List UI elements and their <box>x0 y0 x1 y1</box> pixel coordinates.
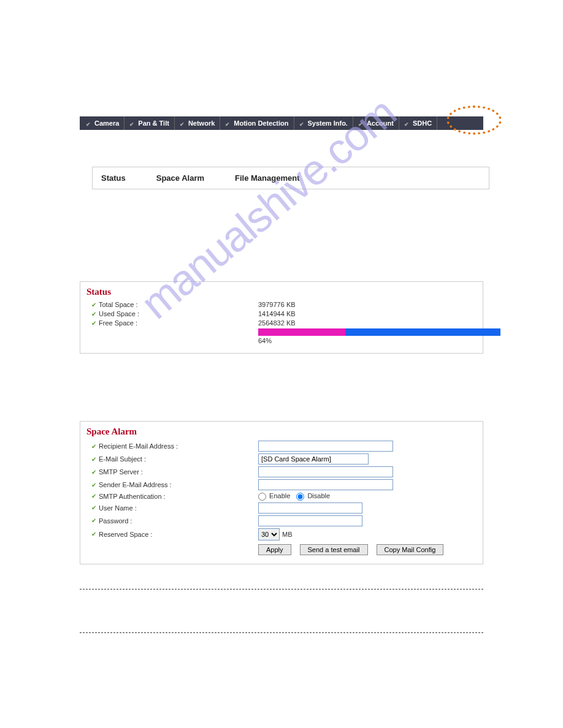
progress-percent-label: 64% <box>258 337 500 344</box>
bullet-icon <box>91 301 99 308</box>
tab-status[interactable]: Status <box>101 173 126 183</box>
tab-file-management[interactable]: File Management <box>235 173 299 183</box>
bullet-icon <box>91 517 99 524</box>
nav-label: Pan & Tilt <box>138 119 169 127</box>
divider-line <box>80 589 483 590</box>
smtp-auth-enable-option[interactable]: Enable <box>258 492 290 501</box>
check-icon <box>129 120 136 126</box>
nav-label: Camera <box>94 119 119 127</box>
smtp-auth-disable-radio[interactable] <box>296 493 304 501</box>
check-icon <box>86 120 92 126</box>
smtp-auth-label: SMTP Authentication : <box>99 493 258 500</box>
bullet-icon <box>91 320 99 327</box>
check-icon <box>404 120 410 126</box>
tab-space-alarm[interactable]: Space Alarm <box>156 173 204 183</box>
divider-line <box>80 632 483 633</box>
bullet-icon <box>91 493 99 499</box>
smtp-server-input[interactable] <box>258 466 393 477</box>
bullet-icon <box>91 311 99 317</box>
subtab-bar: Status Space Alarm File Management <box>92 167 489 189</box>
nav-item-camera[interactable]: Camera <box>80 116 124 130</box>
status-title: Status <box>86 287 477 297</box>
apply-button[interactable]: Apply <box>258 544 291 555</box>
space-alarm-panel: Space Alarm Recipient E-Mail Address : E… <box>80 421 483 564</box>
total-space-row: Total Space : 3979776 KB <box>86 301 477 308</box>
nav-item-network[interactable]: Network <box>175 116 220 130</box>
nav-label: Account <box>367 119 394 127</box>
bullet-icon <box>91 504 99 511</box>
smtp-server-label: SMTP Server : <box>99 468 258 476</box>
used-space-row: Used Space : 1414944 KB <box>86 310 477 317</box>
nav-item-motion-detection[interactable]: Motion Detection <box>220 116 294 130</box>
check-icon <box>299 120 305 126</box>
smtp-auth-enable-radio[interactable] <box>258 493 266 501</box>
space-alarm-title: Space Alarm <box>86 427 477 437</box>
recipient-email-input[interactable] <box>258 441 393 452</box>
smtp-auth-disable-option[interactable]: Disable <box>296 492 330 501</box>
nav-item-pan-tilt[interactable]: Pan & Tilt <box>124 116 175 130</box>
bullet-icon <box>91 443 99 450</box>
reserved-space-select[interactable]: 30 <box>258 528 280 540</box>
free-space-label: Free Space : <box>99 319 258 327</box>
nav-item-system-info[interactable]: System Info. <box>294 116 353 130</box>
sender-email-label: Sender E-Mail Address : <box>99 481 258 488</box>
nav-label: Motion Detection <box>234 119 288 127</box>
enable-text: Enable <box>269 492 290 499</box>
check-icon <box>180 120 186 126</box>
status-panel: Status Total Space : 3979776 KB Used Spa… <box>80 281 483 354</box>
nav-label: Network <box>188 119 215 127</box>
password-label: Password : <box>99 517 258 525</box>
progress-free-segment <box>345 328 500 336</box>
progress-bar-wrap: 64% <box>258 328 500 344</box>
nav-label: SDHC <box>413 119 432 127</box>
free-space-value: 2564832 KB <box>258 319 296 327</box>
nav-item-account[interactable]: Account <box>353 116 399 130</box>
reserved-space-label: Reserved Space : <box>99 531 258 538</box>
progress-bar <box>258 328 500 336</box>
disable-text: Disable <box>307 492 330 499</box>
email-subject-label: E-Mail Subject : <box>99 455 258 463</box>
nav-item-sdhc[interactable]: SDHC <box>399 116 437 130</box>
free-space-row: Free Space : 2564832 KB <box>86 319 477 327</box>
bullet-icon <box>91 469 99 476</box>
bullet-icon <box>91 456 99 463</box>
progress-used-segment <box>258 328 345 336</box>
top-navbar: Camera Pan & Tilt Network Motion Detecti… <box>80 116 483 130</box>
username-label: User Name : <box>99 504 258 512</box>
highlight-circle-icon <box>446 105 502 135</box>
bullet-icon <box>91 482 99 488</box>
password-input[interactable] <box>258 515 362 526</box>
nav-label: System Info. <box>308 119 348 127</box>
sender-email-input[interactable] <box>258 479 393 490</box>
check-icon <box>358 120 364 126</box>
used-space-value: 1414944 KB <box>258 310 296 317</box>
total-space-label: Total Space : <box>99 301 258 308</box>
recipient-email-label: Recipient E-Mail Address : <box>99 442 258 450</box>
reserved-unit: MB <box>282 531 293 538</box>
copy-mail-config-button[interactable]: Copy Mail Config <box>377 544 444 555</box>
used-space-label: Used Space : <box>99 310 258 317</box>
total-space-value: 3979776 KB <box>258 301 296 308</box>
check-icon <box>225 120 231 126</box>
username-input[interactable] <box>258 502 362 514</box>
send-test-email-button[interactable]: Send a test email <box>300 544 368 555</box>
bullet-icon <box>91 531 99 537</box>
email-subject-input[interactable] <box>258 453 369 464</box>
